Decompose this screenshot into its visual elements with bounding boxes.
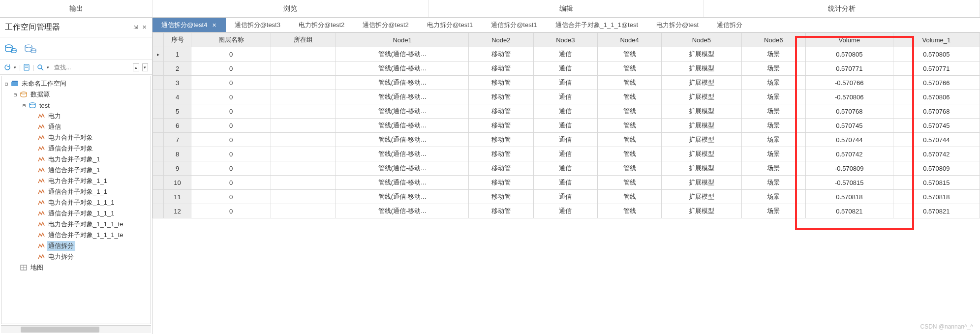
table-cell[interactable]: 场景 xyxy=(741,190,805,204)
table-cell[interactable]: 移动管 xyxy=(468,119,533,133)
column-header[interactable]: Node5 xyxy=(662,33,741,47)
dropdown-icon[interactable]: ▾ xyxy=(14,65,16,70)
table-cell[interactable]: 通信 xyxy=(533,190,597,204)
table-cell[interactable]: 管线(通信-移动... xyxy=(336,190,469,204)
table-cell[interactable]: 1 xyxy=(164,47,191,61)
tree-item[interactable]: 电力 xyxy=(1,111,151,121)
table-cell[interactable]: 0.570821 xyxy=(893,204,980,218)
table-cell[interactable]: 0 xyxy=(191,147,271,161)
table-row[interactable]: 60管线(通信-移动...移动管通信管线扩展模型场景0.5707450.5707… xyxy=(153,119,980,133)
table-cell[interactable]: 管线(通信-移动... xyxy=(336,204,469,218)
table-cell[interactable] xyxy=(153,119,164,133)
table-cell[interactable]: 通信 xyxy=(533,90,597,104)
tree-item[interactable]: 通信合并子对象_1 xyxy=(1,165,151,176)
table-cell[interactable]: 0.570744 xyxy=(893,133,980,147)
ribbon-tab-stats[interactable]: 统计分析 xyxy=(704,0,980,17)
table-cell[interactable]: 0.570809 xyxy=(893,161,980,176)
table-cell[interactable]: 场景 xyxy=(741,76,805,90)
table-cell[interactable]: 6 xyxy=(164,119,191,133)
tree-datasources[interactable]: ⊟ 数据源 xyxy=(1,89,151,100)
table-cell[interactable]: 移动管 xyxy=(468,133,533,147)
search-icon[interactable] xyxy=(37,63,44,72)
table-cell[interactable] xyxy=(271,204,336,218)
table-cell[interactable]: 0.570768 xyxy=(893,104,980,119)
tree-item[interactable]: 电力拆分 xyxy=(1,251,151,262)
tree-item[interactable]: 电力合并子对象_1_1_1_te xyxy=(1,219,151,230)
table-cell[interactable]: 0 xyxy=(191,204,271,218)
table-cell[interactable]: 通信 xyxy=(533,133,597,147)
table-cell[interactable]: 8 xyxy=(164,147,191,161)
table-cell[interactable] xyxy=(271,47,336,61)
table-cell[interactable] xyxy=(153,104,164,119)
table-cell[interactable] xyxy=(153,76,164,90)
table-cell[interactable]: 扩展模型 xyxy=(662,190,741,204)
table-cell[interactable]: 管线(通信-移动... xyxy=(336,104,469,119)
table-cell[interactable] xyxy=(153,161,164,176)
column-header[interactable]: 序号 xyxy=(164,33,191,47)
table-cell[interactable]: 扩展模型 xyxy=(662,104,741,119)
column-header[interactable]: Volume_1 xyxy=(893,33,980,47)
table-cell[interactable] xyxy=(271,147,336,161)
tree-test[interactable]: ⊟ test xyxy=(1,100,151,111)
tree-maps[interactable]: 地图 xyxy=(1,262,151,273)
table-cell[interactable] xyxy=(271,190,336,204)
table-cell[interactable]: 管线 xyxy=(597,176,661,190)
table-cell[interactable]: 管线(通信-移动... xyxy=(336,133,469,147)
table-cell[interactable]: 扩展模型 xyxy=(662,147,741,161)
tree-item[interactable]: 通信 xyxy=(1,121,151,132)
table-cell[interactable]: 通信 xyxy=(533,119,597,133)
refresh-icon[interactable] xyxy=(4,63,11,72)
table-cell[interactable]: 0.570771 xyxy=(805,61,893,76)
table-cell[interactable]: 4 xyxy=(164,90,191,104)
close-icon[interactable]: ✕ xyxy=(141,25,147,30)
table-row[interactable]: 50管线(通信-移动...移动管通信管线扩展模型场景0.5707680.5707… xyxy=(153,104,980,119)
table-cell[interactable]: 管线 xyxy=(597,119,661,133)
table-cell[interactable] xyxy=(271,76,336,90)
table-cell[interactable]: 移动管 xyxy=(468,176,533,190)
table-cell[interactable]: 11 xyxy=(164,190,191,204)
workspace-tree[interactable]: ⊟ 未命名工作空间 ⊟ 数据源 ⊟ test 电力通信电力合并子对象通信合并子对… xyxy=(1,76,151,324)
table-cell[interactable]: 0.570771 xyxy=(893,61,980,76)
table-cell[interactable]: 移动管 xyxy=(468,190,533,204)
collapse-up-button[interactable]: ▴ xyxy=(133,63,139,71)
table-cell[interactable] xyxy=(271,133,336,147)
column-header[interactable]: Node6 xyxy=(741,33,805,47)
table-cell[interactable]: 管线 xyxy=(597,76,661,90)
table-cell[interactable]: 0 xyxy=(191,176,271,190)
table-cell[interactable]: 7 xyxy=(164,133,191,147)
table-cell[interactable]: 场景 xyxy=(741,90,805,104)
table-cell[interactable]: 0.570818 xyxy=(805,190,893,204)
table-cell[interactable]: 场景 xyxy=(741,61,805,76)
table-cell[interactable]: 通信 xyxy=(533,47,597,61)
table-cell[interactable]: -0.570809 xyxy=(805,161,893,176)
table-cell[interactable]: 0.570742 xyxy=(893,147,980,161)
column-header[interactable] xyxy=(153,33,164,47)
table-cell[interactable]: 0 xyxy=(191,104,271,119)
table-cell[interactable]: 扩展模型 xyxy=(662,161,741,176)
table-cell[interactable]: 扩展模型 xyxy=(662,176,741,190)
table-cell[interactable]: 移动管 xyxy=(468,204,533,218)
table-cell[interactable]: 通信 xyxy=(533,161,597,176)
table-cell[interactable] xyxy=(153,190,164,204)
table-cell[interactable]: 0.570805 xyxy=(805,47,893,61)
table-cell[interactable]: 0.570745 xyxy=(893,119,980,133)
table-cell[interactable]: 12 xyxy=(164,204,191,218)
table-cell[interactable]: 管线 xyxy=(597,104,661,119)
table-cell[interactable]: 移动管 xyxy=(468,90,533,104)
table-cell[interactable]: 9 xyxy=(164,161,191,176)
column-header[interactable]: 图层名称 xyxy=(191,33,271,47)
table-row[interactable]: 120管线(通信-移动...移动管通信管线扩展模型场景0.5708210.570… xyxy=(153,204,980,218)
column-header[interactable]: 所在组 xyxy=(271,33,336,47)
table-cell[interactable]: 0 xyxy=(191,161,271,176)
table-cell[interactable]: 0.570818 xyxy=(893,190,980,204)
table-row[interactable]: 90管线(通信-移动...移动管通信管线扩展模型场景-0.5708090.570… xyxy=(153,161,980,176)
table-cell[interactable]: 管线 xyxy=(597,90,661,104)
table-cell[interactable]: 通信 xyxy=(533,147,597,161)
pin-icon[interactable]: ⇲ xyxy=(132,25,138,30)
table-cell[interactable] xyxy=(271,90,336,104)
document-icon[interactable] xyxy=(24,63,30,72)
column-header[interactable]: Node4 xyxy=(597,33,661,47)
column-header[interactable]: Node3 xyxy=(533,33,597,47)
table-cell[interactable]: 0 xyxy=(191,190,271,204)
table-cell[interactable]: 通信 xyxy=(533,176,597,190)
